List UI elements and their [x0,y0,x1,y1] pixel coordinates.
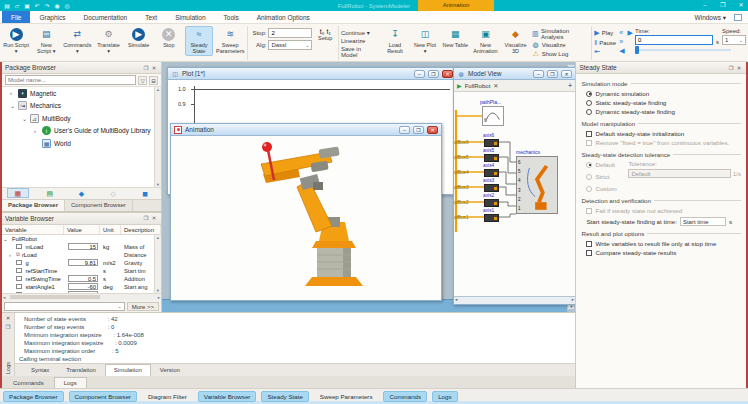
start-time-input[interactable]: Start time [680,217,726,226]
quick-access-icon[interactable]: ▤ [3,2,11,9]
menu-item[interactable]: Animation Options [248,11,319,23]
variable-row[interactable]: refSwingTime 0.5 s Addition [2,275,161,283]
axis-component[interactable] [484,199,499,207]
checkbox[interactable] [586,208,592,214]
prev-frame-button[interactable]: ◀ [619,47,624,55]
variable-row[interactable]: g 9.81 m/s2 Gravity [2,259,161,267]
model-diagram[interactable]: pathPla... 6 olBus6 axis6 [454,92,575,296]
skip-start-button[interactable]: ⇤ [594,48,616,56]
radio-button[interactable] [586,100,592,106]
maximize-button[interactable]: ❒ [718,0,728,11]
menu-item[interactable]: Documentation [75,11,137,23]
ribbon-button[interactable]: ⚙ Translate ▾ [94,26,122,56]
ribbon-link[interactable]: ⚠ Show Log [532,50,590,58]
step-forward-button[interactable]: » [619,38,624,45]
animation-titlebar[interactable]: Animation – ❒ ✕ [171,124,441,136]
speed-select[interactable]: 1⌄ [722,35,746,45]
ribbon-link[interactable]: ▥ Simulation Analysis [532,28,590,40]
more-button[interactable]: More >> [127,302,159,311]
browser-view-button[interactable]: ◇ [102,188,124,198]
radio-option[interactable]: Custom [586,184,624,193]
play-button[interactable]: ▶Play [594,29,616,37]
menu-item[interactable]: Tools [215,11,248,23]
axis-component[interactable] [484,154,499,162]
model-view-hscrollbar[interactable]: ◂▸ [454,296,575,304]
ribbon-button[interactable]: ▶ Run Script ▾ [2,26,30,56]
continue-button[interactable]: Continue ▾ [341,29,379,36]
maximize-button[interactable]: ❒ [413,126,424,134]
checkbox-option[interactable]: Write variables to result file only at s… [581,239,741,248]
linearize-button[interactable]: Linearize [341,38,379,44]
variable-value[interactable]: -60 [68,283,98,290]
status-panel-button[interactable]: Package Browser [3,391,64,402]
model-tab-label[interactable]: FullRobot [465,83,491,89]
browser-tab[interactable]: Package Browser [2,200,65,211]
close-icon[interactable]: ✕ [442,70,453,78]
save-in-model-button[interactable]: Save in Model [341,46,379,58]
close-button[interactable]: ✕ [736,0,746,11]
column-header[interactable]: Value [64,225,100,234]
column-header[interactable]: Description [121,225,161,234]
close-icon[interactable]: ✕ [150,65,158,71]
browser-view-button[interactable]: ▤ [39,188,61,198]
radio-button[interactable] [586,162,592,168]
radio-option[interactable]: Strict [586,172,624,181]
status-panel-button[interactable]: Logs [432,391,457,402]
variable-filter-select[interactable]: ⌄ [4,302,125,311]
tree-item[interactable]: ▦ World [2,137,161,150]
axis-component[interactable] [484,214,499,222]
variable-row[interactable]: refStartTime s Start tim [2,267,161,275]
tree-item[interactable]: ⌄ ⊿ MultiBody [2,112,161,125]
axis-component[interactable] [484,184,499,192]
minimize-button[interactable]: – [399,126,410,134]
tree-expander[interactable]: ⌄ [10,102,15,109]
browser-view-button[interactable]: ◆ [70,188,92,198]
variable-row[interactable]: startAngle1 -60 deg Start ang [2,283,161,291]
logs-vertical-tab[interactable]: Logs [5,362,11,374]
plot-checkbox[interactable] [16,276,22,282]
plot-checkbox[interactable] [16,284,22,290]
close-icon[interactable]: ✕ [561,70,572,78]
checkbox[interactable] [586,131,592,137]
radio-option[interactable]: Dynamic steady-state finding [581,107,741,116]
quick-access-icon[interactable]: ▣ [23,2,31,9]
ribbon-link[interactable]: ◍ Visualize [532,41,590,49]
browser-view-button[interactable]: ◼ [134,188,156,198]
new-tab-button[interactable]: + [568,82,572,89]
minimize-button[interactable]: – [700,0,710,11]
log-tab[interactable]: Translation [58,365,103,376]
column-header[interactable]: Variable [2,225,64,234]
browser-view-button[interactable]: ▦ [7,188,29,198]
radio-button[interactable] [586,186,592,192]
log-tab[interactable]: Version [152,365,188,376]
step-back-button[interactable]: « [619,29,624,36]
variable-row[interactable]: ⌄ FullRobot [2,235,161,243]
ribbon-button[interactable]: ◆ Visualize 3D [501,26,529,56]
mechanics-component[interactable]: 6 5 4 3 2 [516,156,558,214]
minimize-button[interactable]: – [414,70,425,78]
ribbon-button[interactable]: ≈ Steady State [185,26,213,56]
ribbon-button[interactable]: ▣ New Animation [471,26,499,56]
tree-expander[interactable]: › [34,128,39,134]
log-tab[interactable]: Simulation [105,364,151,376]
ribbon-button[interactable]: ◫ New Plot ▾ [411,26,439,56]
status-panel-button[interactable]: Diagram Filter [142,391,193,402]
menu-item[interactable]: File [2,11,30,23]
quick-access-icon[interactable]: ↷ [43,2,51,9]
dock-tab[interactable]: Commands [4,378,53,388]
time-slider[interactable] [635,46,731,54]
tree-item[interactable]: › i User's Guide of MultiBody Library [2,125,161,138]
radio-button[interactable] [586,91,592,97]
checkbox-option[interactable]: Remove "fixed = true" from continuous va… [581,138,741,147]
checkbox-option[interactable]: Fail if steady state not achieved [581,206,741,215]
close-tab-icon[interactable]: ✕ [493,82,498,89]
quick-access-icon[interactable]: ◉ [53,2,61,9]
plot-checkbox[interactable] [16,260,22,266]
collapse-all-icon[interactable]: ⊟ [149,76,158,85]
pin-icon[interactable]: ❐ [6,324,11,330]
variable-row[interactable]: mLoad 15 kg Mass of [2,243,161,251]
filter-icon[interactable]: ▽ [138,76,147,85]
variable-row[interactable]: › ⧉ rLoad Distance [2,251,161,259]
ribbon-button[interactable]: ⇄ Commands ▾ [62,26,92,56]
menu-item[interactable]: Text [136,11,166,23]
